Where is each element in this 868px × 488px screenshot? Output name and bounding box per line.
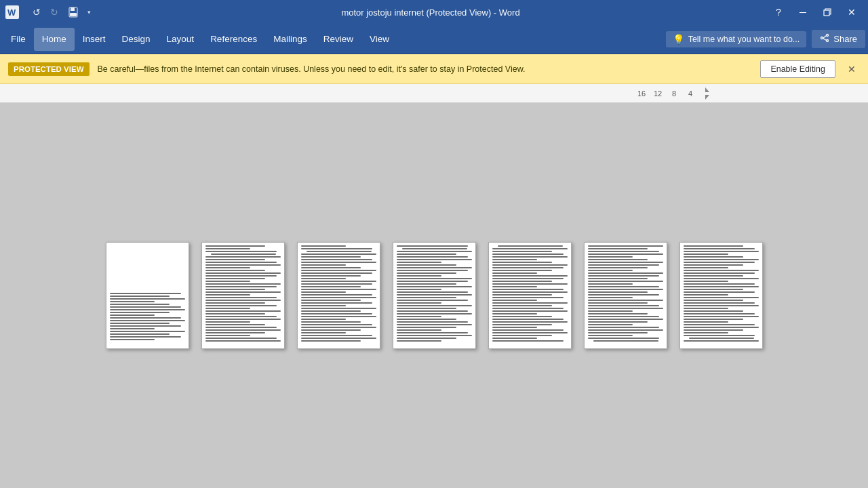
text-line bbox=[492, 329, 564, 331]
text-line bbox=[205, 248, 251, 249]
text-line bbox=[492, 319, 564, 320]
text-line bbox=[301, 294, 372, 296]
text-line bbox=[492, 278, 564, 279]
menu-bar-right: 💡 Tell me what you want to do... Share bbox=[666, 30, 865, 48]
text-line bbox=[498, 245, 564, 247]
text-line bbox=[492, 305, 553, 306]
text-line bbox=[301, 275, 361, 277]
menu-design[interactable]: Design bbox=[114, 28, 159, 51]
text-line bbox=[684, 327, 759, 328]
text-line bbox=[110, 298, 185, 300]
menu-insert[interactable]: Insert bbox=[75, 28, 114, 51]
text-line bbox=[397, 294, 472, 296]
close-protected-bar-button[interactable]: ✕ bbox=[844, 61, 860, 77]
text-line bbox=[301, 262, 376, 263]
text-line bbox=[110, 333, 170, 335]
document-canvas bbox=[0, 103, 868, 488]
text-line bbox=[397, 275, 442, 277]
text-line bbox=[397, 272, 457, 274]
text-line bbox=[684, 253, 729, 255]
text-line bbox=[397, 278, 472, 279]
quick-save-button[interactable] bbox=[66, 5, 80, 19]
text-line bbox=[684, 329, 744, 331]
enable-editing-button[interactable]: Enable Editing bbox=[760, 60, 835, 78]
text-line bbox=[684, 278, 759, 279]
undo-button[interactable]: ↺ bbox=[28, 4, 45, 20]
text-line bbox=[492, 289, 564, 290]
menu-view[interactable]: View bbox=[361, 28, 397, 51]
search-placeholder: Tell me what you want to do... bbox=[688, 35, 800, 44]
text-line bbox=[205, 308, 251, 309]
word-app-icon: W bbox=[5, 5, 19, 19]
text-line bbox=[588, 275, 659, 277]
menu-file[interactable]: File bbox=[3, 28, 34, 51]
ruler-bar: 16 12 8 4 bbox=[0, 84, 868, 103]
text-line bbox=[684, 313, 755, 314]
svg-point-7 bbox=[821, 37, 823, 39]
text-line bbox=[397, 340, 442, 342]
text-line bbox=[588, 253, 663, 255]
quick-access-dropdown[interactable]: ▾ bbox=[84, 7, 94, 17]
svg-rect-5 bbox=[824, 10, 829, 16]
text-line bbox=[492, 300, 538, 301]
page-1-blank-area bbox=[106, 243, 189, 290]
text-line bbox=[301, 283, 372, 285]
text-line bbox=[684, 259, 759, 260]
text-line bbox=[205, 256, 281, 258]
text-line bbox=[397, 329, 442, 331]
text-line bbox=[110, 331, 185, 332]
text-line bbox=[492, 286, 538, 287]
menu-layout[interactable]: Layout bbox=[159, 28, 203, 51]
text-line bbox=[110, 309, 185, 310]
text-line bbox=[397, 253, 457, 255]
share-button[interactable]: Share bbox=[812, 30, 865, 48]
text-line bbox=[205, 332, 266, 333]
text-line bbox=[205, 335, 251, 336]
window-controls: ? ─ ✕ bbox=[768, 1, 863, 23]
text-line bbox=[492, 332, 568, 333]
svg-text:W: W bbox=[7, 7, 16, 18]
text-line bbox=[301, 313, 372, 314]
text-line bbox=[205, 270, 266, 271]
document-title: motor jostoju internet (Protected View) … bbox=[94, 7, 768, 18]
text-line bbox=[492, 259, 538, 260]
text-line bbox=[492, 297, 564, 298]
minimize-button[interactable]: ─ bbox=[792, 1, 814, 23]
text-line bbox=[588, 313, 648, 314]
text-line bbox=[301, 286, 361, 287]
text-line bbox=[301, 305, 347, 306]
text-line bbox=[397, 324, 472, 325]
text-line bbox=[397, 286, 472, 287]
text-line bbox=[588, 327, 659, 328]
text-line bbox=[588, 335, 633, 336]
menu-references[interactable]: References bbox=[202, 28, 265, 51]
text-line bbox=[492, 302, 568, 304]
text-line bbox=[110, 296, 170, 297]
text-line bbox=[684, 340, 759, 342]
redo-button[interactable]: ↻ bbox=[46, 4, 62, 20]
text-line bbox=[588, 283, 633, 285]
svg-line-9 bbox=[823, 36, 827, 39]
close-button[interactable]: ✕ bbox=[841, 1, 863, 23]
ruler-num-4: 4 bbox=[682, 89, 698, 98]
restore-button[interactable] bbox=[816, 1, 838, 23]
text-line bbox=[301, 316, 376, 317]
menu-bar: File Home Insert Design Layout Reference… bbox=[0, 24, 868, 54]
help-button[interactable]: ? bbox=[768, 1, 789, 23]
text-line bbox=[492, 313, 538, 314]
text-line bbox=[397, 245, 468, 247]
menu-review[interactable]: Review bbox=[315, 28, 361, 51]
text-line bbox=[301, 248, 372, 249]
text-line bbox=[397, 270, 468, 271]
ruler-handle-icon[interactable] bbox=[698, 87, 712, 100]
text-line bbox=[110, 320, 185, 321]
menu-home[interactable]: Home bbox=[34, 28, 75, 51]
text-line bbox=[205, 272, 281, 274]
page-4-lines bbox=[393, 243, 475, 344]
text-line bbox=[588, 256, 633, 258]
tell-me-search[interactable]: 💡 Tell me what you want to do... bbox=[666, 31, 807, 47]
text-line bbox=[110, 293, 181, 294]
ruler-num-16: 16 bbox=[633, 89, 650, 98]
text-line bbox=[684, 294, 729, 296]
menu-mailings[interactable]: Mailings bbox=[265, 28, 315, 51]
